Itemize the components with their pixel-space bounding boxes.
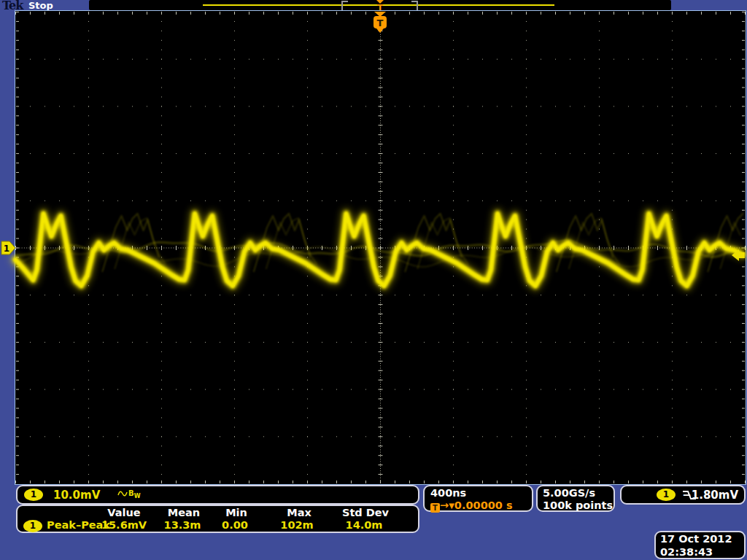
meas-header-mean: Mean [168, 507, 200, 518]
record-length: 100k points [543, 499, 613, 511]
meas-row-mean: 13.3m [164, 519, 201, 531]
meas-row-stddev: 14.0m [346, 519, 383, 531]
trigger-readout[interactable]: 1 −1.80mV [620, 485, 746, 505]
meas-row-channel-badge: 1 [23, 520, 42, 532]
trigger-position-readout: T→▼0.00000 s [430, 499, 513, 513]
trigger-level-value: −1.80mV [682, 489, 738, 502]
acquisition-readout[interactable]: 5.00GS/s 100k points [536, 485, 615, 512]
channel1-badge: 1 [24, 489, 43, 501]
header-bar: Tek Stop T [0, 0, 747, 11]
meas-header-max: Max [287, 507, 311, 518]
datetime-readout[interactable]: 17 Oct 2012 02:38:43 [654, 531, 746, 559]
channel1-ground-marker-icon: 1 [1, 241, 15, 254]
meas-row-value: 15.6mV [101, 519, 147, 531]
timebase-readout[interactable]: 400ns T→▼0.00000 s [423, 485, 533, 512]
ac-coupling-icon [117, 490, 128, 497]
arrow-right-icon: → [440, 499, 449, 511]
trigger-position-value: 0.00000 s [454, 499, 513, 511]
trigger-t-icon: T [430, 503, 440, 513]
timebase-scale: 400ns [430, 487, 466, 499]
marker-down-icon: ▼ [449, 502, 454, 510]
sample-rate: 5.00GS/s [543, 487, 595, 499]
graticule [15, 10, 746, 485]
meas-header-min: Min [225, 507, 247, 518]
meas-row-min: 0.00 [222, 519, 248, 531]
channel1-scale-readout[interactable]: 1 10.0mV BW [16, 485, 419, 505]
trigger-source-badge: 1 [657, 489, 676, 501]
acquisition-status: Stop [28, 0, 53, 11]
date-value: 17 Oct 2012 [660, 533, 732, 545]
meas-header-value: Value [107, 507, 140, 518]
meas-header-stddev: Std Dev [342, 507, 389, 518]
meas-row-max: 102m [280, 519, 313, 531]
measurement-readout[interactable]: Value Mean Min Max Std Dev 1 Peak–Peak 1… [16, 505, 419, 533]
record-view-bar: T [89, 0, 671, 10]
time-value: 02:38:43 [660, 546, 713, 558]
bandwidth-limit-icon: BW [128, 489, 140, 499]
channel1-scale-value: 10.0mV [53, 489, 100, 502]
svg-text:1: 1 [4, 244, 9, 254]
